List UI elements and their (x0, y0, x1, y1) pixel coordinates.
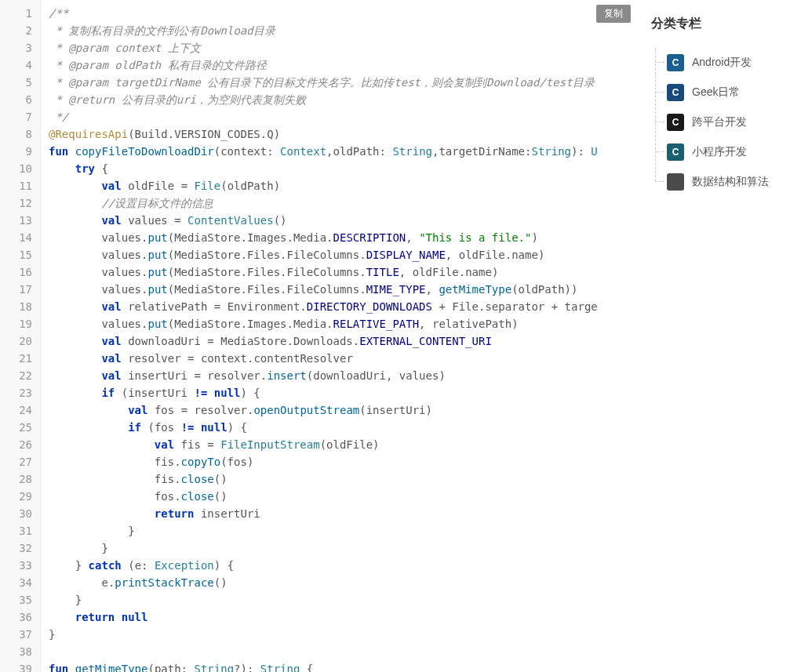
code-token: values (101, 231, 141, 244)
code-token: null (201, 421, 228, 434)
code-token: ContentValues (187, 214, 274, 227)
code-token: val (128, 404, 147, 416)
code-token: fos (155, 404, 174, 416)
line-number: 28 (5, 470, 32, 488)
line-number: 12 (5, 194, 32, 212)
code-token: contentResolver (253, 352, 352, 365)
code-token: relativePath (432, 318, 511, 330)
code-token: MediaStore (220, 335, 286, 347)
code-token: DISPLAY_NAME (366, 249, 446, 261)
code-token: context (201, 352, 247, 365)
line-number: 13 (5, 212, 32, 229)
code-token: close (181, 473, 214, 485)
code-token: openOutputStream (253, 404, 359, 416)
code-token: Q (267, 128, 273, 140)
code-token: oldFile (128, 180, 174, 192)
line-number: 34 (5, 574, 32, 591)
code-token: Images (247, 231, 287, 244)
code-token: catch (89, 559, 122, 572)
line-number: 10 (5, 160, 32, 177)
code-token: fos (155, 490, 174, 503)
code-token: EXTERNAL_CONTENT_URI (359, 335, 492, 347)
category-icon: C (667, 84, 684, 101)
line-number: 14 (5, 229, 32, 246)
code-token: values (101, 283, 141, 296)
code-token: e (135, 559, 141, 572)
category-icon: C (667, 54, 684, 71)
copy-button[interactable]: 复制 (596, 5, 631, 23)
code-token: RELATIVE_PATH (333, 318, 420, 330)
code-token: context (220, 145, 267, 158)
line-number: 25 (5, 419, 32, 436)
line-number: 21 (5, 350, 32, 367)
code-token: insertUri (128, 387, 187, 399)
category-item[interactable]: C跨平台开发 (651, 107, 790, 137)
code-token: val (101, 352, 121, 365)
line-number: 32 (5, 539, 32, 557)
line-number: 29 (5, 488, 32, 505)
code-token: val (101, 180, 121, 192)
line-number: 9 (5, 143, 32, 160)
sidebar-title: 分类专栏 (651, 16, 790, 32)
sidebar: 分类专栏 CAndroid开发CGeek日常C跨平台开发C小程序开发数据结构和算… (637, 0, 790, 672)
category-label: 小程序开发 (692, 145, 747, 159)
line-number: 35 (5, 591, 32, 608)
line-number: 17 (5, 281, 32, 298)
code-token: String (194, 663, 234, 672)
category-label: Android开发 (692, 56, 752, 70)
line-number: 30 (5, 505, 32, 522)
code-token: val (101, 300, 121, 313)
code-token: MIME_TYPE (366, 283, 426, 296)
code-token: oldFile (459, 249, 505, 261)
code-token: File (452, 300, 479, 313)
code-token: != (194, 387, 207, 399)
code-token: fun (49, 145, 68, 158)
code-token: TITLE (366, 266, 399, 278)
code-lines[interactable]: /** * 复制私有目录的文件到公有Download目录 * @param co… (41, 0, 637, 672)
code-token: getMimeType (439, 283, 511, 296)
line-number: 39 (5, 660, 32, 672)
code-token: copyTo (181, 456, 221, 468)
line-number: 7 (5, 108, 32, 125)
line-number: 33 (5, 557, 32, 574)
code-token: separator (485, 300, 544, 313)
category-item[interactable]: C小程序开发 (651, 137, 790, 167)
code-token: val (155, 438, 174, 451)
line-number: 2 (5, 22, 32, 39)
category-item[interactable]: CAndroid开发 (651, 48, 790, 78)
code-token: */ (49, 111, 68, 123)
code-token: * @return 公有目录的uri，为空则代表复制失败 (49, 93, 306, 106)
category-item[interactable]: CGeek日常 (651, 78, 790, 107)
category-item[interactable]: 数据结构和算法 (651, 167, 790, 197)
code-token: Files (247, 249, 280, 261)
line-number: 3 (5, 39, 32, 56)
code-token: oldPath (333, 145, 380, 158)
code-token: Files (247, 266, 280, 278)
line-number: 26 (5, 436, 32, 453)
code-token: MediaStore (174, 318, 240, 330)
code-token: oldPath (228, 180, 274, 192)
code-token: return (75, 611, 115, 623)
line-number: 8 (5, 125, 32, 143)
code-token: values (101, 249, 141, 261)
code-token: put (147, 318, 167, 330)
code-token: e (101, 576, 107, 589)
category-icon: C (667, 114, 684, 131)
code-token: put (147, 266, 167, 278)
code-token: @RequiresApi (49, 128, 128, 140)
line-number: 27 (5, 453, 32, 470)
code-token: values (101, 318, 141, 330)
code-token: downloadUri (313, 369, 386, 382)
code-token: if (101, 387, 115, 399)
code-token: FileColumns (287, 266, 360, 278)
line-number: 31 (5, 522, 32, 539)
code-token: != (181, 421, 195, 434)
code-token: fun (49, 663, 68, 672)
code-token: fos (228, 456, 247, 468)
code-token: DESCRIPTION (333, 231, 406, 244)
code-token: Exception (155, 559, 214, 572)
category-icon: C (667, 143, 684, 161)
code-token: MediaStore (174, 283, 240, 296)
code-token: null (214, 387, 241, 399)
code-token: /** (49, 7, 68, 20)
